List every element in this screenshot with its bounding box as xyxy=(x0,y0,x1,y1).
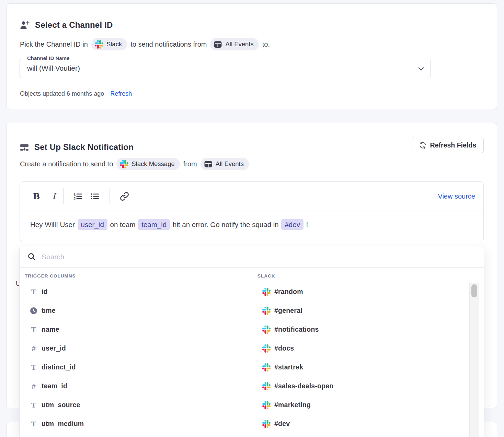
list-item[interactable]: #notifications xyxy=(252,320,484,339)
list-item-label: time xyxy=(42,307,56,315)
all-events-chip[interactable]: All Events xyxy=(201,158,249,170)
slack-icon xyxy=(262,401,271,409)
list-item-label: team_id xyxy=(42,382,67,390)
list-item-label: #general xyxy=(274,307,302,315)
merge-field-picker-panel: TRIGGER COLUMNS TidtimeTname#user_idTdis… xyxy=(19,246,484,437)
chevron-down-icon xyxy=(417,65,425,74)
list-item[interactable]: #random xyxy=(252,282,484,301)
bullet-list-icon[interactable] xyxy=(90,192,99,201)
slack-icon xyxy=(262,307,271,315)
merge-field-token[interactable]: #dev xyxy=(281,219,303,230)
sentence-text: Pick the Channel ID in xyxy=(20,40,88,48)
link-icon[interactable] xyxy=(120,192,129,201)
sentence-text: to send notifications from xyxy=(130,40,207,48)
slack-icon xyxy=(262,326,271,334)
slack-connection-chip[interactable]: Slack xyxy=(91,38,127,50)
toolbar-divider xyxy=(63,188,64,204)
list-item[interactable]: #dev xyxy=(252,414,484,433)
clock-icon xyxy=(29,307,38,315)
list-item-label: utm_medium xyxy=(42,420,84,428)
scrollbar-track[interactable] xyxy=(469,283,479,437)
channel-id-select[interactable]: Channel ID Name will (Will Voutier) xyxy=(20,59,431,78)
slack-icon xyxy=(262,344,271,353)
editor-toolbar: B I 1 2 xyxy=(20,182,483,211)
slack-icon xyxy=(95,40,103,49)
list-item-label: name xyxy=(42,326,59,333)
button-label: Refresh Fields xyxy=(430,141,476,149)
bold-icon[interactable]: B xyxy=(33,191,40,201)
column-group-header: SLACK xyxy=(252,268,484,282)
page-title: Select a Channel ID xyxy=(35,20,113,30)
chip-label: Slack Message xyxy=(131,160,174,168)
italic-icon[interactable]: I xyxy=(52,191,55,201)
picker-columns: TRIGGER COLUMNS TidtimeTname#user_idTdis… xyxy=(20,268,484,437)
table-icon xyxy=(204,160,213,168)
list-item[interactable]: Tname xyxy=(20,320,252,339)
refresh-link[interactable]: Refresh xyxy=(110,90,132,97)
column-group-header: TRIGGER COLUMNS xyxy=(20,268,252,282)
hash-icon: # xyxy=(29,382,38,390)
list-item[interactable]: Tdistinct_id xyxy=(20,358,252,377)
search-input[interactable] xyxy=(42,253,477,261)
sentence-text: from xyxy=(183,160,197,168)
scrollbar-thumb[interactable] xyxy=(471,284,477,297)
list-item-label: #startrek xyxy=(274,363,303,371)
select-channel-card: Select a Channel ID Pick the Channel ID … xyxy=(6,3,497,109)
trigger-columns-list: TidtimeTname#user_idTdistinct_id#team_id… xyxy=(20,282,252,433)
list-item[interactable]: Tid xyxy=(20,282,252,301)
list-item[interactable]: Tutm_medium xyxy=(20,414,252,433)
toolbar-divider xyxy=(110,188,110,204)
message-text: ! xyxy=(304,221,308,228)
list-item[interactable]: #marketing xyxy=(252,395,484,414)
list-item-label: id xyxy=(42,288,48,296)
merge-field-token[interactable]: team_id xyxy=(138,219,170,230)
card-header: Set Up Slack Notification xyxy=(20,142,134,152)
slack-icon xyxy=(262,420,271,428)
list-item[interactable]: #general xyxy=(252,301,484,320)
refresh-fields-button[interactable]: Refresh Fields xyxy=(412,137,484,153)
message-text: on team xyxy=(108,221,137,228)
list-item[interactable]: Tutm_source xyxy=(20,395,252,414)
message-text: hit an error. Go notify the squad in xyxy=(171,221,280,228)
hash-icon: # xyxy=(29,344,38,353)
text-type-icon: T xyxy=(29,364,38,371)
list-item[interactable]: #docs xyxy=(252,339,484,358)
slack-channels-list: #random#general#notifications#docs#start… xyxy=(252,282,484,433)
sentence-text: Create a notification to send to xyxy=(20,160,113,168)
select-label: Channel ID Name xyxy=(25,55,72,61)
slack-icon xyxy=(262,382,271,390)
slack-message-chip[interactable]: Slack Message xyxy=(116,158,180,170)
view-source-link[interactable]: View source xyxy=(438,192,475,200)
description-sentence: Create a notification to send to Slack M… xyxy=(20,158,249,170)
text-type-icon: T xyxy=(29,326,38,333)
text-type-icon: T xyxy=(29,420,38,428)
slack-icon xyxy=(120,160,128,168)
table-icon xyxy=(214,40,222,49)
list-item-label: #marketing xyxy=(274,401,311,409)
list-item[interactable]: #team_id xyxy=(20,377,252,395)
ordered-list-icon[interactable]: 1 2 xyxy=(73,192,82,201)
message-content[interactable]: Hey Will! User user_id on team team_id h… xyxy=(20,211,483,239)
text-type-icon: T xyxy=(29,288,38,296)
merge-field-token[interactable]: user_id xyxy=(78,219,107,230)
refresh-icon xyxy=(419,142,426,149)
user-plus-icon xyxy=(20,20,30,30)
select-value: will (Will Voutier) xyxy=(20,59,431,78)
status-text: Objects updated 6 months ago xyxy=(20,90,104,97)
list-item[interactable]: #user_id xyxy=(20,339,252,358)
list-item-label: user_id xyxy=(42,344,66,352)
all-events-chip[interactable]: All Events xyxy=(210,38,259,50)
list-item-label: distinct_id xyxy=(42,363,76,371)
search-icon xyxy=(27,252,36,261)
list-item-label: #dev xyxy=(274,420,290,428)
list-item[interactable]: #startrek xyxy=(252,358,484,377)
slack-icon xyxy=(262,363,271,371)
chip-label: Slack xyxy=(106,40,122,48)
list-item[interactable]: time xyxy=(20,301,252,320)
card-header: Select a Channel ID xyxy=(20,20,113,30)
text-type-icon: T xyxy=(29,401,38,409)
list-item-label: #docs xyxy=(274,344,294,352)
list-item-label: #sales-deals-open xyxy=(274,382,333,390)
chip-label: All Events xyxy=(225,40,253,48)
list-item[interactable]: #sales-deals-open xyxy=(252,377,484,395)
